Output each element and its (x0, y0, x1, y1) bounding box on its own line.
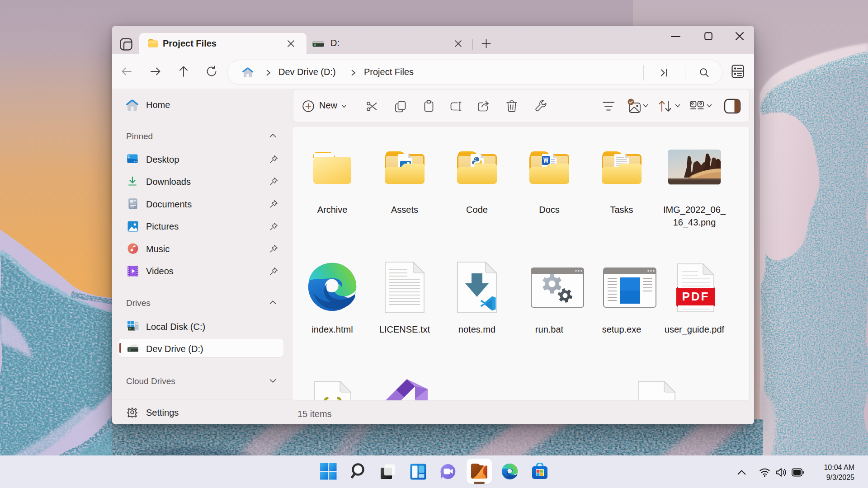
svg-text:PDF: PDF (682, 290, 710, 303)
